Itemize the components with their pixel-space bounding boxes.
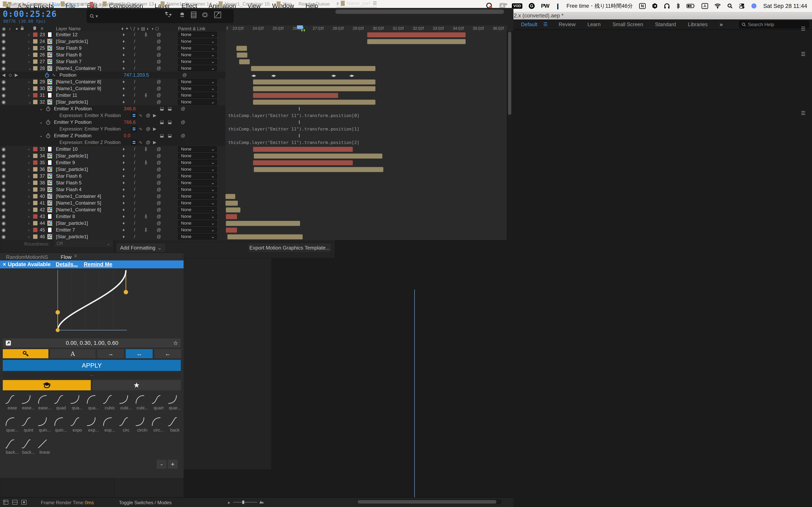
drag-handle[interactable]: ···	[3, 373, 181, 379]
caret-icon[interactable]: ›	[28, 201, 30, 205]
eye-icon[interactable]: ◉	[2, 86, 6, 91]
eye-icon[interactable]: ◉	[2, 160, 6, 165]
next-keyframe-icon[interactable]: ▶	[15, 72, 18, 78]
eye-icon[interactable]: ◉	[2, 146, 6, 152]
eye-icon[interactable]: ◉	[2, 39, 6, 44]
expression-lang-icon[interactable]: ▶	[153, 140, 156, 145]
label-swatch[interactable]	[33, 87, 38, 91]
parent-link-dropdown[interactable]: None⌄	[178, 93, 217, 98]
draft-icon[interactable]: /	[134, 234, 135, 239]
label-swatch[interactable]	[33, 194, 38, 199]
caret-icon[interactable]: ›	[28, 228, 30, 232]
ease-linear-2-2[interactable]: linear	[37, 438, 53, 455]
expand-inout-icon[interactable]	[12, 500, 17, 505]
layer-name[interactable]: [Star_particle1]	[56, 167, 88, 172]
draft-icon[interactable]: /	[134, 79, 135, 84]
parent-pickwhip-icon[interactable]: @	[157, 86, 161, 91]
draft-icon[interactable]: /	[134, 227, 135, 232]
timeline-graph-row[interactable]: thisComp.layer("Emitter 11").transform.p…	[225, 139, 507, 146]
draft-icon[interactable]: /	[134, 167, 135, 172]
parent-link-dropdown[interactable]: None⌄	[178, 153, 217, 159]
timeline-graph-row[interactable]	[225, 58, 507, 65]
parent-link-dropdown[interactable]: None⌄	[178, 32, 217, 38]
label-swatch[interactable]	[33, 59, 38, 64]
parent-link-dropdown[interactable]: None⌄	[178, 220, 217, 226]
hexagon-app-icon[interactable]	[652, 3, 658, 9]
quality-icon[interactable]: ♦	[122, 173, 125, 179]
caret-icon[interactable]: ›	[28, 234, 30, 239]
close-tab-icon[interactable]: x	[337, 1, 339, 6]
layer-row-36[interactable]: ◉›36[Star_particle1]♦/@None⌄	[0, 166, 225, 173]
quality-icon[interactable]: ♦	[122, 214, 125, 219]
ease-expo-1-4[interactable]: expo	[69, 416, 85, 433]
workspace-tab-standard[interactable]: Standard	[655, 21, 676, 27]
caret-icon[interactable]: ›	[28, 154, 30, 158]
draft-icon[interactable]: /	[134, 147, 135, 152]
pickwhip-icon[interactable]: @	[146, 126, 150, 131]
property-value[interactable]: 346.8	[124, 106, 136, 112]
timeline-tab-render-queue[interactable]: Render Queue	[299, 1, 330, 7]
eye-icon[interactable]: ◉	[2, 220, 6, 226]
quality-icon[interactable]: ♦	[122, 52, 125, 57]
layer-name-column[interactable]: Layer Name	[56, 26, 81, 32]
timeline-tab-name1-container-14[interactable]: Name1_Container 14	[161, 1, 212, 7]
timeline-graph-row[interactable]	[225, 206, 507, 213]
parent-link-dropdown[interactable]: None⌄	[178, 160, 217, 165]
keyframe-icon[interactable]: ◀▶	[331, 74, 336, 77]
layer-duration-bar[interactable]	[254, 167, 384, 172]
quality-icon[interactable]: ♦	[122, 39, 125, 44]
graph-toggle-icon[interactable]: ∿	[139, 126, 142, 131]
pickwhip-icon[interactable]: @	[146, 113, 150, 118]
menubar-clock[interactable]: Sat Sep 28 11:44	[763, 3, 807, 9]
layer-row-27[interactable]: ◉›27Star Flash 7♦/@None⌄	[0, 58, 225, 65]
layer-row-28[interactable]: ◉⌄28[Name1_Container 7]♦/@None⌄	[0, 65, 225, 72]
eye-icon[interactable]: ◉	[2, 227, 6, 233]
parent-pickwhip-icon[interactable]: @	[157, 39, 161, 44]
label-swatch[interactable]	[33, 53, 38, 57]
parent-pickwhip-icon[interactable]: @	[157, 32, 161, 37]
ease-quin-1-2[interactable]: quin...	[37, 416, 53, 433]
layer-duration-bar[interactable]	[227, 234, 303, 239]
curve-values[interactable]: 0.00, 0.30, 1.00, 0.60	[11, 340, 173, 346]
layer-row-41[interactable]: ◉›41[Name1_Container 5]♦/@None⌄	[0, 200, 225, 207]
ease-quar-0-10[interactable]: quar...	[167, 394, 183, 410]
expression-code[interactable]: thisComp.layer("Emitter 11").transform.p…	[228, 140, 359, 145]
layer-name[interactable]: [Name1_Container 4]	[56, 193, 101, 199]
layer-name[interactable]: Emitter 7	[56, 227, 75, 233]
timeline-tab-yina[interactable]: Yina	[276, 1, 292, 7]
layer-duration-bar[interactable]	[226, 207, 241, 213]
keyframe-out-icon[interactable]: ⬓	[168, 133, 172, 138]
timeline-graph-row[interactable]	[225, 78, 507, 86]
layer-name[interactable]: [Star_particle1]	[56, 234, 88, 239]
parent-link-dropdown[interactable]: None⌄	[178, 234, 217, 239]
ease-ease-0-0[interactable]: ease	[4, 394, 20, 410]
parent-pickwhip-icon[interactable]: @	[157, 187, 161, 192]
layer-name[interactable]: [Star_particle1]	[56, 39, 88, 44]
favorites-button[interactable]: ★	[92, 380, 181, 390]
layer-row-32[interactable]: ◉⌄32[Star_particle1]♦/@None⌄	[0, 99, 225, 106]
expression-enabled-icon[interactable]	[132, 140, 136, 145]
timeline-tab-name1-container-15[interactable]: Name1_Container 15	[219, 1, 270, 7]
layer-name[interactable]: Star Flash 8	[56, 52, 82, 58]
learn-button[interactable]	[3, 380, 91, 390]
timeline-graph-row[interactable]	[225, 31, 507, 38]
zoom-out-button[interactable]: -	[157, 460, 166, 469]
caret-icon[interactable]: ›	[28, 167, 30, 172]
workspace-overflow-button[interactable]: »	[720, 21, 723, 28]
parent-pickwhip-icon[interactable]: @	[157, 147, 161, 152]
timeline-graph-row[interactable]	[225, 159, 507, 166]
caret-down-icon[interactable]: ⌄	[39, 120, 43, 125]
parent-link-dropdown[interactable]: None⌄	[178, 227, 217, 233]
draft-icon[interactable]: /	[134, 214, 135, 219]
pickwhip-icon[interactable]: @	[146, 140, 150, 145]
parent-link-dropdown[interactable]: None⌄	[178, 200, 217, 206]
expression-lang-icon[interactable]: ▶	[153, 113, 156, 118]
parent-pickwhip-icon[interactable]: @	[181, 106, 185, 111]
draft-icon[interactable]: /	[134, 39, 135, 44]
search-help-input[interactable]: Search Help	[739, 21, 809, 28]
expression-code[interactable]: thisComp.layer("Emitter 11").transform.p…	[228, 126, 359, 131]
label-swatch[interactable]	[33, 160, 38, 165]
quality-icon[interactable]: ♦	[122, 167, 125, 172]
parent-pickwhip-icon[interactable]: @	[157, 99, 161, 105]
eye-icon[interactable]: ◉	[2, 79, 6, 84]
